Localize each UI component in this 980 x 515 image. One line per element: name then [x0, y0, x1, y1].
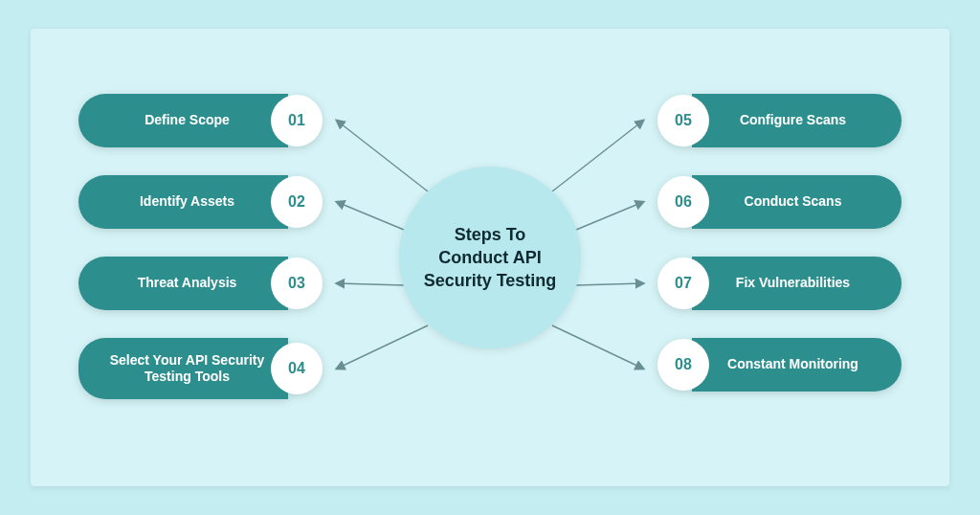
- step-06-number: 06: [657, 176, 709, 228]
- step-05-label: Configure Scans: [692, 94, 902, 147]
- step-07-label: Fix Vulnerabilities: [692, 257, 902, 310]
- step-03-label: Threat Analysis: [78, 257, 288, 310]
- step-04-number: 04: [271, 343, 323, 394]
- svg-line-6: [576, 283, 643, 285]
- step-02-number: 02: [271, 176, 323, 228]
- step-04: Select Your API Security Testing Tools 0…: [78, 338, 323, 399]
- step-06-label: Conduct Scans: [692, 175, 902, 229]
- step-08-label: Constant Monitoring: [692, 338, 902, 392]
- svg-line-3: [337, 325, 428, 369]
- step-07-number: 07: [657, 258, 709, 309]
- step-08-number: 08: [657, 339, 709, 391]
- step-01-number: 01: [271, 95, 323, 146]
- step-01: Define Scope 01: [78, 94, 323, 147]
- center-title: Steps To Conduct API Security Testing: [418, 223, 562, 293]
- step-01-label: Define Scope: [78, 94, 288, 147]
- step-06: 06 Conduct Scans: [657, 175, 902, 229]
- step-04-label: Select Your API Security Testing Tools: [78, 338, 288, 399]
- step-05-number: 05: [657, 95, 709, 146]
- svg-line-4: [552, 121, 643, 191]
- step-03: Threat Analysis 03: [78, 257, 323, 310]
- step-02-label: Identify Assets: [78, 175, 288, 229]
- svg-line-0: [337, 121, 428, 191]
- step-02: Identify Assets 02: [78, 175, 323, 229]
- diagram-canvas: Steps To Conduct API Security Testing De…: [31, 29, 949, 486]
- svg-line-5: [576, 202, 643, 230]
- svg-line-7: [552, 325, 643, 369]
- step-03-number: 03: [271, 258, 323, 309]
- step-05: 05 Configure Scans: [657, 94, 902, 147]
- step-08: 08 Constant Monitoring: [657, 338, 902, 392]
- step-07: 07 Fix Vulnerabilities: [657, 257, 902, 310]
- svg-line-2: [337, 283, 404, 285]
- center-hub: Steps To Conduct API Security Testing: [399, 167, 581, 348]
- svg-line-1: [337, 202, 404, 230]
